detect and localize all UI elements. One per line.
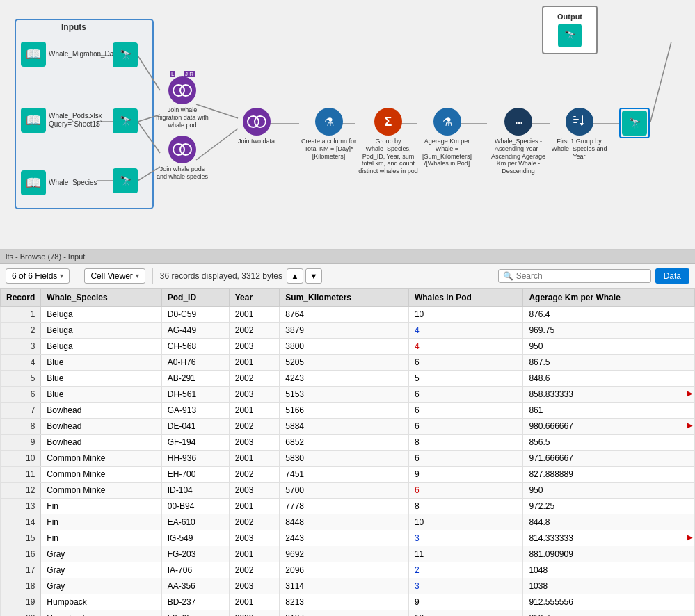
data-button[interactable]: Data — [655, 268, 689, 284]
cell-whales: 6 — [408, 355, 523, 371]
cell-sum-km: 8213 — [280, 594, 409, 610]
sum-label: Group by Whale_Species, Pod_ID, Year, su… — [357, 138, 420, 175]
cell-year: 2003 — [229, 483, 280, 499]
cell-avg-km: 980.666667▶ — [523, 419, 695, 435]
join-node-2[interactable]: Join whale pods and whale species — [154, 136, 210, 181]
cell-whales: 5 — [408, 371, 523, 387]
table-header-row: Record Whale_Species Pod_ID Year Sum_Kil… — [1, 289, 695, 307]
cell-year: 2003 — [229, 435, 280, 451]
toolbar-separator-2 — [152, 268, 153, 284]
cell-pod: IG-549 — [161, 530, 229, 546]
book-icon-3: 📖 — [21, 170, 46, 195]
table-row: 14FinEA-6102002844810844.8 — [1, 514, 695, 530]
join-node-3[interactable]: Join two data — [238, 108, 275, 145]
cell-whales: 2 — [408, 562, 523, 578]
cell-species: Blue — [41, 371, 161, 387]
cell-pod: CH-568 — [161, 339, 229, 355]
data-table-container[interactable]: Record Whale_Species Pod_ID Year Sum_Kil… — [0, 289, 695, 616]
whale-migration-node[interactable]: 📖 Whale_Migration_Data.yxdb — [21, 42, 104, 67]
book-icon-1: 📖 — [21, 42, 46, 67]
workflow-canvas: Inputs 📖 Whale_Migration_Data.yxdb 📖 Wha… — [0, 0, 695, 250]
join-label-3: Join two data — [238, 138, 275, 145]
view-label: Cell Viewer — [90, 271, 132, 281]
cell-whales: 11 — [408, 546, 523, 562]
cell-pod: DH-561 — [161, 387, 229, 403]
whale-pods-node[interactable]: 📖 Whale_Pods.xlsx Query=`Sheet1$` — [21, 108, 104, 133]
sort-up-button[interactable]: ▲ — [287, 268, 303, 284]
cell-pod: ID-104 — [161, 483, 229, 499]
cell-year: 2001 — [229, 594, 280, 610]
table-row: 2BelugaAG-449200238794969.75 — [1, 323, 695, 339]
sort-arrows: ▲ ▼ — [287, 268, 322, 284]
table-row: 7BowheadGA-913200151666861 — [1, 403, 695, 419]
fields-chevron-icon: ▾ — [60, 272, 63, 279]
cell-avg-km: 1048 — [523, 562, 695, 578]
cell-year: 2001 — [229, 499, 280, 514]
flask-node-1[interactable]: ⚗ Create a column for Total KM = [Day]* … — [299, 108, 358, 160]
bino-icon-3: 🔭 — [113, 168, 138, 193]
cell-avg-km: 971.666667 — [523, 451, 695, 467]
table-row: 15FinIG-549200324433814.333333▶ — [1, 530, 695, 546]
cell-species: Blue — [41, 387, 161, 403]
table-row: 12Common MinkeID-104200357006950 — [1, 483, 695, 499]
col-year: Year — [229, 289, 280, 307]
cell-sum-km: 8764 — [280, 307, 409, 323]
cell-viewer-button[interactable]: Cell Viewer ▾ — [84, 268, 145, 284]
fields-label: 6 of 6 Fields — [12, 271, 57, 281]
cell-avg-km: 861 — [523, 403, 695, 419]
cell-record: 17 — [1, 562, 41, 578]
bino-node-1[interactable]: 🔭 — [113, 42, 138, 67]
table-row: 18GrayAA-3562003311431038 — [1, 578, 695, 594]
whale-species-label: Whale_Species — [49, 179, 97, 187]
cell-whales: 4 — [408, 339, 523, 355]
cell-whales: 6 — [408, 451, 523, 467]
fields-button[interactable]: 6 of 6 Fields ▾ — [6, 268, 70, 284]
flask-node-2[interactable]: ⚗ Agerage Km per Whale = [Sum_Kilometers… — [417, 108, 477, 168]
cell-avg-km: 972.25 — [523, 499, 695, 514]
cell-record: 6 — [1, 387, 41, 403]
join-node-1[interactable]: L J R Join whale migration data with wha… — [154, 76, 210, 129]
search-input[interactable] — [516, 271, 641, 281]
flask-icon-1: ⚗ — [315, 108, 343, 136]
cell-year: 2002 — [229, 371, 280, 387]
bino-icon-1: 🔭 — [113, 42, 138, 67]
bino-icon-out: 🔭 — [622, 111, 647, 136]
bino-node-3[interactable]: 🔭 — [113, 168, 138, 193]
cell-whales: 10 — [408, 514, 523, 530]
bino-node-out[interactable]: 🔭 — [619, 108, 650, 138]
output-label: Output — [557, 13, 582, 21]
col-record: Record — [1, 289, 41, 307]
svg-point-20 — [180, 144, 191, 155]
svg-rect-24 — [573, 119, 579, 120]
cell-species: Common Minke — [41, 483, 161, 499]
cell-avg-km: 876.4 — [523, 307, 695, 323]
cell-species: Fin — [41, 499, 161, 514]
sort-down-icon: ▼ — [310, 272, 318, 280]
sort-node[interactable]: First 1 Group by Whale_Species and Year — [550, 108, 609, 160]
cell-pod: D0-C59 — [161, 307, 229, 323]
cell-record: 8 — [1, 419, 41, 435]
whale-species-node[interactable]: 📖 Whale_Species — [21, 170, 97, 195]
cell-avg-km: 844.8 — [523, 514, 695, 530]
join-label-2: Join whale pods and whale species — [154, 165, 210, 181]
results-panel: lts - Browse (78) - Input 6 of 6 Fields … — [0, 250, 695, 616]
output-box[interactable]: Output 🔭 — [542, 6, 598, 54]
cell-record: 14 — [1, 514, 41, 530]
bino-node-2[interactable]: 🔭 — [113, 108, 138, 133]
table-row: 10Common MinkeHH-936200158306971.666667 — [1, 451, 695, 467]
output-bino-icon: 🔭 — [558, 24, 582, 47]
search-box: 🔍 — [498, 269, 651, 283]
svg-marker-27 — [580, 123, 584, 126]
cell-sum-km: 3114 — [280, 578, 409, 594]
cell-sum-km: 4243 — [280, 371, 409, 387]
sum-node[interactable]: Σ Group by Whale_Species, Pod_ID, Year, … — [357, 108, 420, 175]
svg-point-22 — [255, 116, 266, 127]
cell-sum-km: 2443 — [280, 530, 409, 546]
cell-whales: 4 — [408, 323, 523, 339]
cell-record: 7 — [1, 403, 41, 419]
toolbar-separator-1 — [77, 268, 77, 284]
dots-node[interactable]: ··· Whale_Species - Ascending Year - Asc… — [487, 108, 550, 175]
cell-pod: BD-237 — [161, 594, 229, 610]
sort-down-button[interactable]: ▼ — [305, 268, 322, 284]
cell-avg-km: 814.333333▶ — [523, 530, 695, 546]
